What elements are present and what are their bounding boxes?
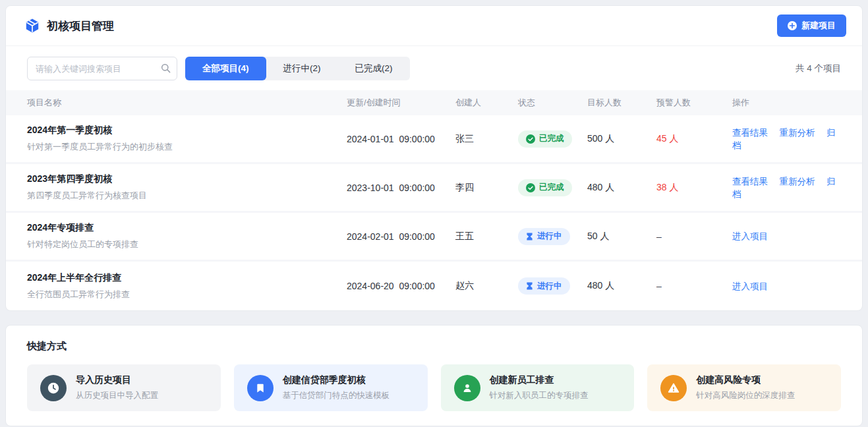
status-badge: 已完成	[518, 130, 572, 148]
status-label: 进行中	[537, 281, 562, 292]
col-header-name: 项目名称	[27, 97, 347, 109]
shortcut-import-history[interactable]: 导入历史项目 从历史项目中导入配置	[27, 364, 221, 411]
plus-circle-icon	[788, 21, 797, 30]
check-circle-icon	[526, 134, 535, 144]
shortcut-title: 创建新员工排查	[490, 374, 589, 386]
shortcut-high-risk-special[interactable]: 创建高风险专项 针对高风险岗位的深度排查	[647, 364, 841, 411]
warning-icon	[660, 375, 687, 401]
project-description: 针对第一季度员工异常行为的初步核查	[27, 141, 339, 153]
page-title: 初核项目管理	[47, 18, 114, 34]
table-header-row: 项目名称 更新/创建时间 创建人 状态 目标人数 预警人数 操作	[6, 90, 862, 115]
action-enter-project[interactable]: 进入项目	[732, 281, 768, 291]
page-header: 初核项目管理 新建项目	[6, 6, 862, 46]
table-row: 2023年第四季度初核 第四季度员工异常行为核查项目 2023-10-01 09…	[6, 164, 862, 213]
col-header-status: 状态	[518, 97, 587, 109]
table-row: 2024年第一季度初核 针对第一季度员工异常行为的初步核查 2024-01-01…	[6, 115, 862, 164]
shortcut-description: 针对高风险岗位的深度排查	[696, 390, 795, 401]
project-creator: 张三	[455, 133, 518, 145]
shortcut-new-employee-screening[interactable]: 创建新员工排查 针对新入职员工的专项排查	[441, 364, 635, 411]
status-badge: 进行中	[518, 277, 570, 295]
shortcut-description: 基于信贷部门特点的快速模板	[283, 390, 390, 401]
hourglass-icon	[526, 282, 533, 290]
project-target-count: 50 人	[587, 231, 656, 242]
project-creator: 赵六	[455, 280, 518, 292]
toolbar: 全部项目(4) 进行中(2) 已完成(2) 共 4 个项目	[6, 46, 862, 90]
project-time: 2023-10-01 09:00:00	[347, 183, 455, 193]
table-row: 2024年专项排查 针对特定岗位员工的专项排查 2024-02-01 09:00…	[6, 213, 862, 262]
project-creator: 李四	[455, 182, 518, 194]
action-reanalyze[interactable]: 重新分析	[779, 128, 815, 138]
bookmark-icon	[247, 375, 274, 401]
project-name: 2023年第四季度初核	[27, 173, 339, 185]
project-name: 2024年第一季度初核	[27, 125, 339, 136]
col-header-time: 更新/创建时间	[347, 97, 455, 109]
project-target-count: 480 人	[587, 182, 656, 194]
status-label: 已完成	[539, 182, 564, 193]
shortcut-description: 从历史项目中导入配置	[76, 390, 158, 401]
project-time: 2024-01-01 09:00:00	[347, 134, 455, 144]
shortcut-description: 针对新入职员工的专项排查	[490, 390, 589, 401]
shortcuts-card: 快捷方式 导入历史项目 从历史项目中导入配置	[5, 325, 863, 426]
col-header-target: 目标人数	[587, 97, 656, 109]
status-badge: 已完成	[518, 179, 572, 196]
action-enter-project[interactable]: 进入项目	[732, 231, 768, 241]
project-management-card: 初核项目管理 新建项目	[5, 5, 863, 311]
project-description: 第四季度员工异常行为核查项目	[27, 190, 339, 202]
project-target-count: 500 人	[587, 133, 656, 145]
project-time: 2024-02-01 09:00:00	[347, 231, 455, 242]
project-table: 项目名称 更新/创建时间 创建人 状态 目标人数 预警人数 操作 2024年第一…	[6, 90, 862, 310]
project-creator: 王五	[455, 231, 518, 242]
page: 初核项目管理 新建项目	[0, 0, 868, 427]
new-project-label: 新建项目	[801, 20, 836, 32]
col-header-warning: 预警人数	[656, 97, 732, 109]
action-view-results[interactable]: 查看结果	[732, 128, 768, 138]
shortcut-title: 创建信贷部季度初核	[283, 374, 390, 386]
project-description: 针对特定岗位员工的专项排查	[27, 239, 339, 250]
user-icon	[454, 375, 480, 401]
project-name: 2024年专项排查	[27, 222, 339, 234]
tab-completed[interactable]: 已完成(2)	[338, 57, 410, 80]
project-filter-tabs: 全部项目(4) 进行中(2) 已完成(2)	[185, 57, 410, 80]
col-header-creator: 创建人	[455, 97, 518, 109]
search-icon	[161, 63, 171, 73]
clock-icon	[40, 375, 67, 401]
project-warning-count: 38 人	[656, 182, 732, 194]
col-header-actions: 操作	[732, 97, 841, 109]
search-box	[27, 57, 177, 80]
tab-all-projects[interactable]: 全部项目(4)	[185, 57, 266, 80]
action-reanalyze[interactable]: 重新分析	[779, 177, 815, 186]
table-row: 2024年上半年全行排查 全行范围员工异常行为排查 2024-06-20 09:…	[6, 262, 862, 310]
project-time: 2024-06-20 09:00:00	[347, 281, 455, 291]
status-label: 进行中	[537, 231, 562, 242]
new-project-button[interactable]: 新建项目	[777, 14, 846, 37]
shortcut-title: 创建高风险专项	[696, 374, 795, 386]
total-count: 共 4 个项目	[796, 63, 841, 74]
hourglass-icon	[526, 233, 533, 241]
status-badge: 进行中	[518, 228, 570, 245]
app-logo-icon	[24, 18, 40, 34]
project-target-count: 480 人	[587, 280, 656, 292]
shortcut-credit-dept-template[interactable]: 创建信贷部季度初核 基于信贷部门特点的快速模板	[234, 364, 428, 411]
project-name: 2024年上半年全行排查	[27, 272, 339, 284]
search-input[interactable]	[27, 57, 177, 80]
shortcuts-title: 快捷方式	[27, 340, 841, 353]
project-warning-count: –	[656, 231, 732, 242]
project-warning-count: –	[656, 281, 732, 291]
shortcut-title: 导入历史项目	[76, 374, 158, 386]
tab-in-progress[interactable]: 进行中(2)	[266, 57, 338, 80]
status-label: 已完成	[539, 133, 564, 144]
project-warning-count: 45 人	[656, 133, 732, 145]
project-description: 全行范围员工异常行为排查	[27, 289, 339, 300]
action-view-results[interactable]: 查看结果	[732, 177, 768, 186]
check-circle-icon	[526, 183, 535, 192]
